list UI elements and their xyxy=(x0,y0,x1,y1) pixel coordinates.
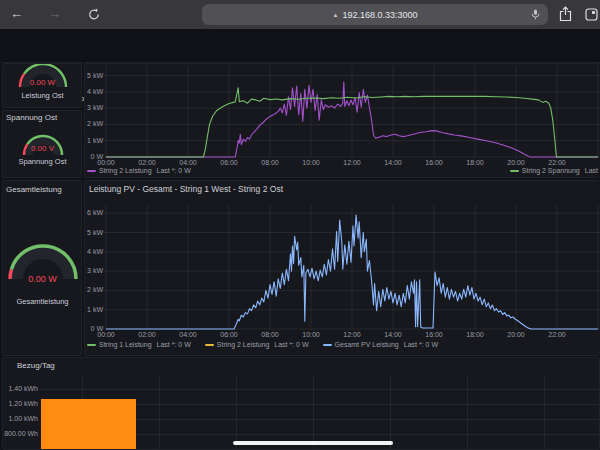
dashboard-toolbar: Home › Dashboards › Huawei_CK_I ★ ⚙ Add … xyxy=(0,45,600,63)
legend-label: String 1 Leistung xyxy=(99,341,152,348)
x-tick-label: 22:00 xyxy=(543,159,571,166)
legend-item[interactable]: String 2 SpannungLast xyxy=(510,167,598,174)
legend-last: Last *: 0 W xyxy=(404,341,438,348)
x-tick-label: 12:00 xyxy=(338,159,366,166)
x-tick-label: 20:00 xyxy=(502,159,530,166)
y-tick-label: 3 kW xyxy=(85,267,103,274)
grafana-topnav: Search or jump to... cmd+k + ? xyxy=(0,29,600,45)
share-icon[interactable] xyxy=(559,6,572,22)
panel-title: Bezug/Tag xyxy=(17,361,55,370)
legend-dash xyxy=(205,344,214,346)
x-tick-label: 22:00 xyxy=(543,331,571,338)
panel-title: Gesamtleistung xyxy=(6,185,62,194)
x-tick-label: 02:00 xyxy=(133,159,161,166)
legend-dash xyxy=(323,344,332,346)
url-bar[interactable]: ▲ 192.168.0.33:3000 xyxy=(202,4,548,25)
gauge-label: Gesamtleistung xyxy=(3,297,82,306)
gridline-v xyxy=(159,376,160,450)
x-tick-label: 08:00 xyxy=(256,159,284,166)
tabs-icon[interactable] xyxy=(585,8,598,21)
y-tick-label: 1.40 kWh xyxy=(3,385,38,392)
legend-item[interactable]: Gesamt PV LeistungLast *: 0 W xyxy=(323,341,438,348)
mic-icon[interactable] xyxy=(531,9,540,20)
gridline-v xyxy=(544,376,545,450)
legend-row: String 1 LeistungLast *: 0 WString 2 Lei… xyxy=(87,341,438,348)
legend-last: Last *: 0 W xyxy=(274,341,308,348)
legend-label: String 2 Spannung xyxy=(522,167,580,174)
bar-2024-05-23[interactable] xyxy=(41,399,136,450)
gridline-v xyxy=(313,376,314,450)
y-tick-label: 5 kW xyxy=(85,72,103,79)
plot-area[interactable] xyxy=(85,181,600,331)
legend-last: Last xyxy=(585,167,598,174)
y-tick-label: 1.00 kWh xyxy=(3,415,38,422)
url-text: 192.168.0.33:3000 xyxy=(342,10,417,20)
panel-leistung-ost: 0.00 W Leistung Ost xyxy=(2,63,82,108)
legend-item[interactable]: String 2 LeistungLast *: 0 W xyxy=(205,341,309,348)
x-tick-label: 14:00 xyxy=(379,331,407,338)
panel-bezug-tag-chart[interactable]: Bezug/Tag 1.40 kWh1.20 kWh1.00 kWh800.00… xyxy=(2,357,600,450)
gauge-svg xyxy=(3,241,82,293)
panel-spannung-ost: Spannung Ost 0.00 V Spannung Ost xyxy=(2,110,82,178)
y-tick-label: 800.00 Wh xyxy=(3,430,38,437)
x-tick-label: 04:00 xyxy=(174,331,202,338)
x-tick-label: 00:00 xyxy=(92,331,120,338)
legend-item[interactable]: String 2 LeistungLast *: 0 W xyxy=(87,167,191,174)
legend-item[interactable]: String 1 LeistungLast *: 0 W xyxy=(87,341,191,348)
y-tick-label: 6 kW xyxy=(85,209,103,216)
x-tick-label: 02:00 xyxy=(133,331,161,338)
gauge-label: Spannung Ost xyxy=(3,157,82,166)
browser-back-button[interactable]: ← xyxy=(10,5,23,23)
x-tick-label: 06:00 xyxy=(215,331,243,338)
gridline-v xyxy=(467,376,468,450)
gauge-arc xyxy=(3,241,82,293)
panel-string2-chart[interactable]: 5 kW4 kW3 kW2 kW1 kW0 W00:0002:0004:0006… xyxy=(84,63,600,178)
x-tick-label: 14:00 xyxy=(379,159,407,166)
x-tick-label: 04:00 xyxy=(174,159,202,166)
x-tick-label: 00:00 xyxy=(92,159,120,166)
y-tick-label: 3 kW xyxy=(85,104,103,111)
legend-last: Last *: 0 W xyxy=(157,341,191,348)
browser-forward-button[interactable]: → xyxy=(48,5,61,23)
y-tick-label: 5 kW xyxy=(85,229,103,236)
y-tick-label: 4 kW xyxy=(85,248,103,255)
x-tick-label: 20:00 xyxy=(502,331,530,338)
y-tick-label: 4 kW xyxy=(85,88,103,95)
gauge-value: 0.00 W xyxy=(3,78,82,87)
x-tick-label: 18:00 xyxy=(461,331,489,338)
gridline-h xyxy=(40,389,599,390)
plot-area[interactable] xyxy=(85,64,600,159)
panel-leistung-pv-chart[interactable]: Leistung PV - Gesamt - String 1 West - S… xyxy=(84,180,600,356)
y-tick-label: 2 kW xyxy=(85,120,103,127)
panel-gesamtleistung: Gesamtleistung 0.00 W Gesamtleistung xyxy=(2,180,82,356)
browser-reload-icon[interactable] xyxy=(88,8,100,21)
x-tick-label: 16:00 xyxy=(420,331,448,338)
x-tick-label: 18:00 xyxy=(461,159,489,166)
gridline-v xyxy=(236,376,237,450)
y-tick-label: 1.20 kWh xyxy=(3,400,38,407)
legend-dash xyxy=(87,170,96,172)
x-tick-label: 16:00 xyxy=(420,159,448,166)
browser-toolbar: ← → ▲ 192.168.0.33:3000 xyxy=(0,0,600,29)
y-tick-label: 2 kW xyxy=(85,286,103,293)
legend-label: String 2 Leistung xyxy=(217,341,270,348)
x-tick-label: 06:00 xyxy=(215,159,243,166)
panel-title: Spannung Ost xyxy=(6,113,57,122)
insecure-warning-icon: ▲ xyxy=(332,12,338,18)
home-indicator[interactable] xyxy=(233,441,393,445)
legend-label: Gesamt PV Leistung xyxy=(335,341,399,348)
gauge-value: 0.00 W xyxy=(3,274,82,284)
legend-last: Last *: 0 W xyxy=(157,167,191,174)
x-tick-label: 08:00 xyxy=(256,331,284,338)
gauge-label: Leistung Ost xyxy=(3,91,82,100)
gridline-v xyxy=(390,376,391,450)
legend-dash xyxy=(510,170,519,172)
ipad-screen: ← → ▲ 192.168.0.33:3000 xyxy=(0,0,600,450)
legend-dash xyxy=(87,344,96,346)
legend-label: String 2 Leistung xyxy=(99,167,152,174)
gauge-value: 0.00 V xyxy=(3,144,82,153)
y-tick-label: 1 kW xyxy=(85,306,103,313)
x-tick-label: 10:00 xyxy=(297,331,325,338)
x-tick-label: 12:00 xyxy=(338,331,366,338)
x-tick-label: 10:00 xyxy=(297,159,325,166)
